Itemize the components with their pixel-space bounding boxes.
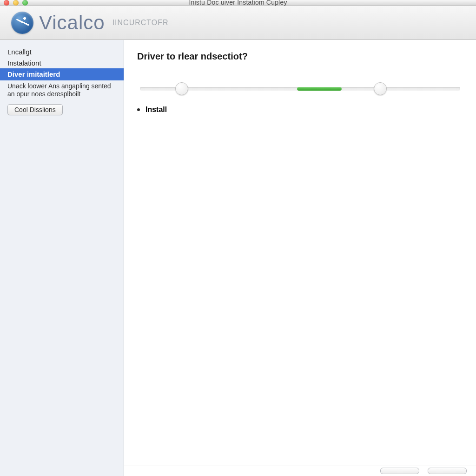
app-logo-icon xyxy=(11,12,33,34)
sidebar-note: Unack loower Ans angapling sented an opu… xyxy=(0,80,124,103)
step-label: Install xyxy=(145,106,167,114)
bullet-icon xyxy=(137,108,140,111)
brand-name: Vicalco xyxy=(39,12,105,34)
main-panel: Driver to rlear ndsectiot? Install xyxy=(124,40,476,476)
progress-bar xyxy=(140,81,460,95)
footer-button-2[interactable] xyxy=(428,468,467,474)
progress-knob-1[interactable] xyxy=(175,82,188,95)
sidebar: Lncallgt Instalationt Diver imitaitlerd … xyxy=(0,40,124,476)
app-header: Vicalco IINCURCTOFR xyxy=(0,6,476,40)
current-step: Install xyxy=(137,106,463,114)
sidebar-item-1[interactable]: Instalationt xyxy=(0,58,124,69)
page-title: Driver to rlear ndsectiot? xyxy=(137,51,463,62)
sidebar-item-2[interactable]: Diver imitaitlerd xyxy=(0,68,124,80)
window-titlebar: Inistu Doc uiver Instatiom Cupley xyxy=(0,0,476,6)
footer-bar xyxy=(124,465,476,476)
sidebar-action-button[interactable]: Cool Disslions xyxy=(7,104,63,115)
brand-subtitle: IINCURCTOFR xyxy=(112,19,169,27)
progress-fill xyxy=(297,87,342,91)
sidebar-item-0[interactable]: Lncallgt xyxy=(0,46,124,58)
footer-button-1[interactable] xyxy=(380,468,419,474)
content-area: Lncallgt Instalationt Diver imitaitlerd … xyxy=(0,40,476,476)
window-title: Inistu Doc uiver Instatiom Cupley xyxy=(0,0,476,6)
progress-knob-2[interactable] xyxy=(374,82,387,95)
